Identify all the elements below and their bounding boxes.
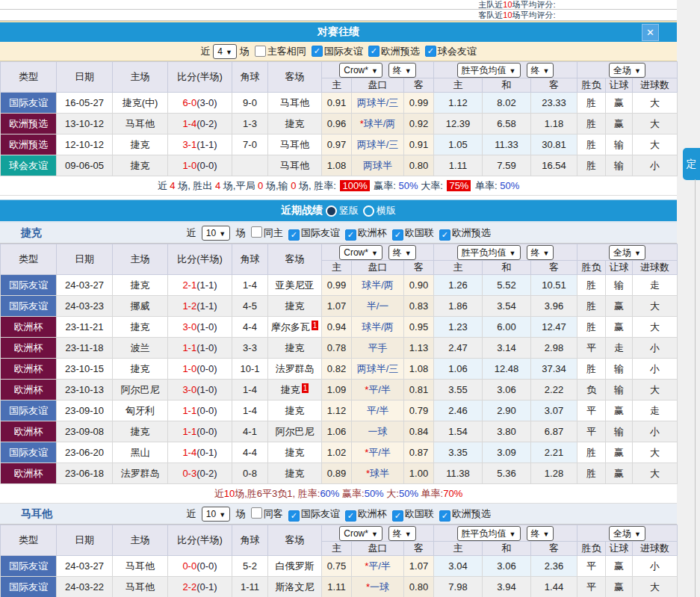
czech-checkbox-4[interactable]: ✓ <box>439 229 450 241</box>
h2h-checkbox-label-1[interactable]: 国际友谊 <box>324 45 363 58</box>
malta-checkbox-0[interactable] <box>251 507 262 519</box>
handicap-cell: 一球 <box>352 421 404 442</box>
crow-home-odds-cell: 0.78 <box>322 338 352 359</box>
corner-cell: 10-1 <box>232 359 268 380</box>
malta-checkbox-label-3[interactable]: 欧国联 <box>405 508 434 519</box>
result-cell: 平 <box>577 421 606 442</box>
h2h-checkbox-1[interactable]: ✓ <box>312 46 323 57</box>
fulltime-select[interactable]: 全场▼ <box>609 526 645 541</box>
avg-draw-cell: 6.58 <box>483 114 531 134</box>
malta-checkbox-label-0[interactable]: 同客 <box>264 508 283 519</box>
final-select[interactable]: 终▼ <box>388 245 416 260</box>
avg-home-cell: 3.04 <box>434 556 483 577</box>
malta-checkbox-2[interactable]: ✓ <box>345 510 356 522</box>
final-select-2[interactable]: 终▼ <box>527 63 554 78</box>
handicap-result-cell: 输 <box>606 380 633 400</box>
h2h-checkbox-2[interactable]: ✓ <box>368 46 380 57</box>
czech-checkbox-label-1[interactable]: 国际友谊 <box>301 227 340 238</box>
h2h-checkbox-label-0[interactable]: 主客相同 <box>267 45 306 58</box>
final-select[interactable]: 终▼ <box>388 63 416 78</box>
avg-select[interactable]: 胜平负均值▼ <box>457 526 521 541</box>
home-team-cell: 捷克 <box>113 275 168 296</box>
halftime-score: (0-2) <box>196 118 217 129</box>
crow-away-odds-cell: 0.99 <box>404 93 434 114</box>
malta-checkbox-label-4[interactable]: 欧洲预选 <box>452 508 491 519</box>
avg-select[interactable]: 胜平负均值▼ <box>457 63 521 78</box>
h2h-count-select[interactable]: 4▼ <box>213 44 237 59</box>
crow-away-odds-cell: 0.81 <box>404 380 434 400</box>
handicap-text: 两球半 <box>363 160 392 171</box>
away-team-name: 捷克 <box>285 342 305 353</box>
date-cell: 23-06-20 <box>57 442 113 463</box>
sub-column-header: 客 <box>404 78 434 93</box>
czech-checkbox-1[interactable]: ✓ <box>288 229 300 241</box>
score-cell: 1-4(0-2) <box>168 114 232 134</box>
crow-select[interactable]: Crow*▼ <box>339 63 382 78</box>
malta-checkbox-1[interactable]: ✓ <box>288 510 300 522</box>
crow-home-odds-cell: 0.89 <box>322 463 352 484</box>
avg-draw-cell: 3.14 <box>483 338 531 359</box>
h2h-checkbox-3[interactable]: ✓ <box>425 46 436 57</box>
corner-cell: 1-3 <box>232 114 268 134</box>
handicap-cell: 两球半 <box>352 155 404 176</box>
crow-home-odds-cell: 0.75 <box>322 556 352 577</box>
avg-home-cell: 1.26 <box>434 275 483 296</box>
czech-checkbox-label-0[interactable]: 同主 <box>264 227 283 238</box>
malta-checkbox-4[interactable]: ✓ <box>439 510 450 522</box>
side-tab[interactable]: 定 <box>683 148 700 180</box>
h2h-filter-bar: 近 4▼ 场主客相同✓国际友谊✓欧洲预选✓球会友谊 <box>0 42 677 61</box>
h2h-checkbox-label-2[interactable]: 欧洲预选 <box>381 45 420 58</box>
final-select-2[interactable]: 终▼ <box>527 245 554 260</box>
avg-away-cell: 2.98 <box>531 338 577 359</box>
fulltime-score: 1-4 <box>182 447 196 458</box>
malta-checkbox-3[interactable]: ✓ <box>392 510 403 522</box>
handicap-text: 球半 <box>370 468 389 479</box>
h2h-summary-segment: 近 <box>158 180 170 191</box>
malta-checkbox-label-2[interactable]: 欧洲杯 <box>358 508 387 519</box>
fulltime-score: 2-1 <box>182 279 196 291</box>
radio-vertical-label[interactable]: 竖版 <box>339 204 359 217</box>
crow-select[interactable]: Crow*▼ <box>339 526 382 541</box>
handicap-text: 平/半 <box>367 405 389 416</box>
column-header: 日期 <box>57 244 113 275</box>
malta-checkbox-label-1[interactable]: 国际友谊 <box>301 508 340 519</box>
handicap-cell: 球半/两 <box>352 317 404 338</box>
czech-checkbox-label-2[interactable]: 欧洲杯 <box>358 227 387 238</box>
h2h-checkbox-0[interactable] <box>255 46 266 57</box>
czech-near-label: 近 <box>186 227 199 238</box>
card-badge: 1 <box>302 383 309 393</box>
crow-select[interactable]: Crow*▼ <box>339 245 382 260</box>
czech-checkbox-0[interactable] <box>251 226 262 238</box>
handicap-result-cell: 输 <box>606 275 633 296</box>
czech-table: 类型日期主场比分(半场)角球客场Crow*▼终▼胜平负均值▼终▼全场▼主盘口客主… <box>0 244 678 484</box>
malta-count-select[interactable]: 10▼ <box>202 507 230 522</box>
crow-away-odds-cell: 0.87 <box>404 442 434 463</box>
radio-vertical-icon[interactable] <box>326 205 337 217</box>
final-select-2[interactable]: 终▼ <box>527 526 554 541</box>
handicap-result-cell: 赢 <box>606 442 633 463</box>
close-icon[interactable]: ✕ <box>642 24 659 41</box>
czech-summary-segment: 近 <box>214 488 224 499</box>
radio-horizontal-label[interactable]: 横版 <box>377 204 396 217</box>
h2h-checkbox-label-3[interactable]: 球会友谊 <box>438 45 477 58</box>
radio-horizontal-icon[interactable] <box>363 205 374 217</box>
away-team-name: 斯洛文尼 <box>276 581 315 593</box>
goals-result-cell: 大 <box>633 134 678 155</box>
czech-summary-segment: 10 <box>224 488 235 499</box>
halftime-score: (0-0) <box>196 426 217 437</box>
czech-checkbox-3[interactable]: ✓ <box>392 229 403 241</box>
column-header: 客场 <box>268 62 322 93</box>
fulltime-select[interactable]: 全场▼ <box>609 245 645 260</box>
czech-checkbox-2[interactable]: ✓ <box>345 229 356 241</box>
crow-home-odds-cell: 0.91 <box>322 93 352 114</box>
fulltime-score: 2-2 <box>182 581 196 593</box>
goals-result-cell: 小 <box>633 338 678 359</box>
avg-select[interactable]: 胜平负均值▼ <box>457 245 521 260</box>
score-cell: 2-1(1-1) <box>168 275 232 296</box>
czech-count-select[interactable]: 10▼ <box>202 226 230 241</box>
final-select[interactable]: 终▼ <box>388 526 416 541</box>
fulltime-select[interactable]: 全场▼ <box>609 63 645 78</box>
czech-checkbox-label-4[interactable]: 欧洲预选 <box>452 227 491 238</box>
czech-checkbox-label-3[interactable]: 欧国联 <box>405 227 434 238</box>
result-cell: 平 <box>577 338 606 359</box>
